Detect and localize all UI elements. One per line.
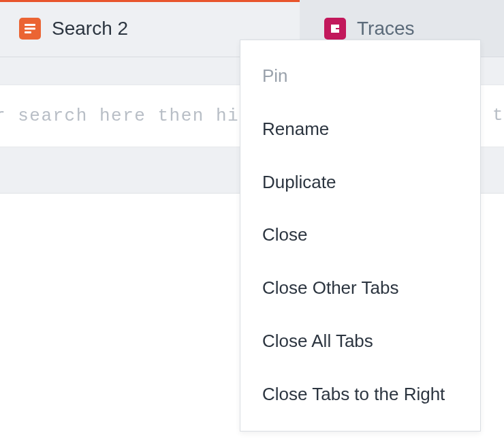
search-placeholder: r search here then hit E [0,106,274,126]
svg-rect-2 [25,31,31,33]
svg-rect-1 [25,27,35,29]
menu-item-pin[interactable]: Pin [240,50,480,103]
tab-label: Search 2 [52,18,128,40]
tab-context-menu: Pin Rename Duplicate Close Close Other T… [240,40,481,432]
menu-item-rename[interactable]: Rename [240,103,480,156]
tab-label: Traces [357,18,415,40]
search-tab-icon [19,18,41,40]
menu-item-close-right[interactable]: Close Tabs to the Right [240,368,480,421]
menu-item-duplicate[interactable]: Duplicate [240,156,480,209]
menu-item-close[interactable]: Close [240,209,480,262]
menu-item-close-all[interactable]: Close All Tabs [240,315,480,368]
svg-rect-0 [25,24,35,26]
traces-tab-icon [324,18,346,40]
menu-item-close-other[interactable]: Close Other Tabs [240,262,480,315]
